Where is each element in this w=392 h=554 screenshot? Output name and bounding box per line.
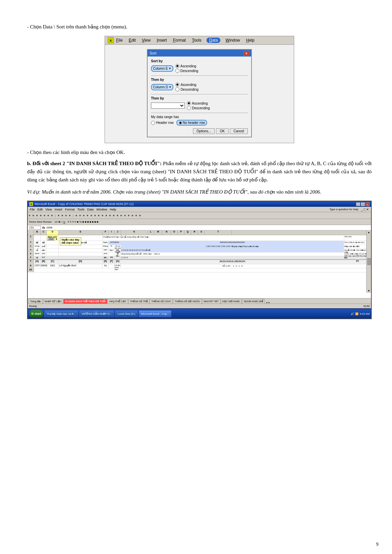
taskbar-btn-4[interactable]: Microsoft Excel - Cop... [139, 310, 172, 317]
then-by-2-ascending-radio[interactable] [187, 101, 191, 105]
sort-by-ascending-radio[interactable] [175, 64, 179, 68]
menu-edit[interactable]: Edit [128, 38, 137, 43]
then-by-1-dropdown-arrow[interactable]: ▼ [169, 86, 171, 89]
sheet-tab-hoc-noi-khac[interactable]: HỌC NƠI KHÁC [221, 299, 242, 304]
menu-insert-main[interactable]: Insert [55, 208, 62, 211]
year-dropdown-arrow[interactable]: ▼ [55, 238, 58, 240]
ok-button[interactable]: OK [216, 128, 228, 134]
scroll-down-arrow[interactable]: ▼ [368, 289, 370, 292]
ascending-label-3: Ascending [192, 102, 208, 105]
row-6-b: bộ [34, 256, 41, 259]
vertical-scrollbar[interactable]: ▲ ▼ [366, 230, 371, 293]
sort-dialog-title: Sort [150, 51, 156, 55]
sort-by-dropdown-arrow[interactable]: ▼ [169, 67, 171, 70]
cancel-button[interactable]: Cancel [230, 128, 248, 134]
menu-file[interactable]: File [115, 38, 124, 43]
restore-button[interactable]: □ [361, 202, 365, 206]
menu-edit-main[interactable]: Edit [38, 208, 43, 211]
sort-by-descending-radio[interactable] [175, 69, 179, 73]
header-row-radio[interactable] [151, 121, 155, 125]
no-header-row-highlighted[interactable]: No header row [176, 120, 208, 126]
row-5-f: sinh [103, 252, 109, 256]
row-6-h [115, 256, 121, 259]
formula-fx: fx [42, 226, 45, 229]
row-3-e [59, 245, 103, 248]
menu-window-main[interactable]: Window [96, 208, 107, 211]
menu-tools[interactable]: Tools [191, 38, 202, 43]
sort-by-descending[interactable]: Descending [175, 69, 198, 73]
sheet-tab-thong-ke-csvc[interactable]: THỐNG KÊ CSVC [150, 299, 173, 304]
sort-dialog-titlebar: Sort ✕ [148, 50, 251, 57]
minimize-button[interactable]: _ [356, 202, 360, 206]
menu-window[interactable]: Window [224, 38, 241, 43]
row-1-c [41, 235, 47, 241]
taskbar-btn-1[interactable]: Thư Bộ Giáo dục và B... [44, 310, 79, 317]
start-button[interactable]: ⊞ start [29, 310, 43, 317]
sheet-tab-ngoai-khac[interactable]: NGOÀI KHÁC BIỂ [242, 299, 265, 304]
sheet-tab-nhap-du-lieu[interactable]: NHẬP DỮ LIỆU [43, 299, 63, 304]
sheet-tab-thong-ke-tre[interactable]: THỐNG KÊ TRẺ [128, 299, 149, 304]
row-1-b [34, 235, 41, 241]
cell-reference: D1 [29, 226, 41, 229]
then-by-2-label: Then by [151, 96, 248, 100]
then-by-1-select-highlighted[interactable]: Column D ▼ [151, 84, 173, 90]
then-by-2-descending[interactable]: Descending [187, 106, 210, 110]
then-by-2-select[interactable] [151, 103, 185, 109]
excel-title-bar: X Microsoft Excel - Copy of CHUONG TRINH… [28, 201, 371, 207]
menu-view-main[interactable]: View [45, 208, 52, 211]
excel-main-menu-bar: File Edit View Insert Format Tools Data … [28, 207, 371, 212]
menu-format-main[interactable]: Format [65, 208, 75, 211]
menu-file-main[interactable]: File [30, 208, 35, 211]
scroll-thumb[interactable] [367, 258, 371, 265]
sort-dialog-close-button[interactable]: ✕ [244, 51, 249, 56]
windows-taskbar: ⊞ start Thư Bộ Giáo dục và B... HƯỚNG DẪ… [28, 309, 371, 318]
menu-insert[interactable]: Insert [156, 38, 168, 43]
row-8-g [109, 264, 115, 268]
scroll-up-arrow[interactable]: ▲ [368, 231, 370, 234]
taskbar-btn-3[interactable]: Local Disk (D:) [115, 310, 137, 317]
row-3-g: N: [109, 245, 115, 248]
row-7-data: [H] [I] [J] [K] [L] [M] [N] [O] [121, 260, 344, 264]
col-g-header: I [109, 230, 115, 235]
taskbar-btn-2[interactable]: HƯỚNG DẪN NHẬP D... [79, 310, 114, 317]
font-underline: U [63, 220, 65, 223]
then-by-1-descending[interactable]: Descending [175, 87, 198, 91]
year-dropdown[interactable]: 2006 [47, 238, 55, 241]
then-by-1-ascending-radio[interactable] [175, 83, 179, 87]
sheet-tab-in-danh-sach[interactable]: IN DANH SÁCH TRẺ THEO ĐỘ TUỔI [63, 299, 107, 304]
then-by-1-descending-radio[interactable] [175, 87, 179, 91]
then-by-2-ascending[interactable]: Ascending [187, 101, 210, 105]
close-button[interactable]: ✕ [366, 202, 370, 206]
sheet-tabs-container: Trang đầu NHẬP DỮ LIỆU IN DANH SÁCH TRẺ … [28, 299, 270, 304]
row-7-d: [C] [47, 260, 59, 264]
sheet-tab-thong-ke-boi-ngu[interactable]: THỐNG KÊ BỒI NGŨU [173, 299, 201, 304]
options-button[interactable]: Options... [193, 128, 215, 134]
menu-data[interactable]: Data [206, 38, 220, 43]
font-size: 14 [55, 220, 58, 223]
row-8-d: 1/8/1 [47, 264, 59, 268]
menu-data-main[interactable]: Data [87, 208, 93, 211]
sheet-tab-nhuyet-tat[interactable]: NHUYÉT TẤT [202, 299, 220, 304]
more-sheets[interactable]: ◄ ► [266, 302, 270, 304]
row-4: 4 sổ cập năm đtục mc (Người đỡ đầu) 1-0 … [28, 249, 371, 252]
popup-tooltip: Nhấn vào đây để chọn năm [60, 237, 81, 245]
no-header-row-radio[interactable] [179, 121, 182, 125]
then-by-2-descending-radio[interactable] [187, 106, 191, 110]
header-row-option[interactable]: Header row [151, 121, 174, 125]
menu-help[interactable]: Help [245, 38, 256, 43]
sort-by-select-highlighted[interactable]: Column E ▼ [151, 65, 173, 72]
sheet-tab-hkq-pho-cap[interactable]: HKQ PHỔ CẬP [108, 299, 128, 304]
sort-by-ascending[interactable]: Ascending [175, 64, 198, 68]
menu-view[interactable]: View [141, 38, 152, 43]
row-3-d [47, 245, 59, 248]
row-6-header: 6 [28, 256, 34, 259]
column-headers: B C D E F I J K L M N O P Q R S T [28, 230, 371, 235]
row-4-g: đtục [109, 249, 115, 252]
menu-tools-main[interactable]: Tools [77, 208, 84, 211]
then-by-1-ascending[interactable]: Ascending [175, 83, 198, 87]
menu-format[interactable]: Format [172, 38, 187, 43]
row-4-h: mc (Người đỡ đầu) [115, 249, 121, 252]
example-text: Ví dụ: Muốn in danh sách trẻ năm 2006. C… [27, 188, 372, 196]
menu-help-main[interactable]: Help [110, 208, 116, 211]
sheet-tab-trang-dau[interactable]: Trang đầu [28, 299, 43, 304]
